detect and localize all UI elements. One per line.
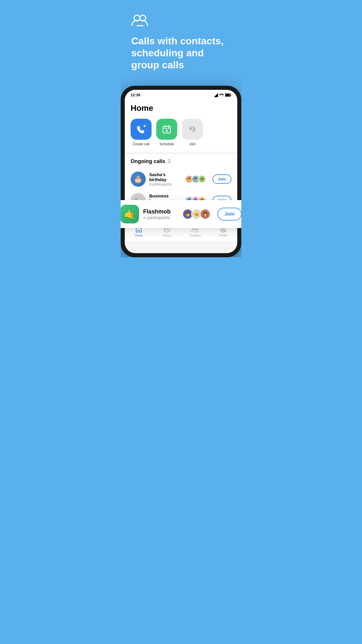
phone-screen: 12:30 (125, 90, 237, 253)
status-bar: 12:30 (125, 90, 237, 99)
svg-rect-4 (226, 94, 230, 96)
hero-section: Calls with contacts, scheduling and grou… (121, 0, 241, 80)
birthday-participants: 9 participants (149, 182, 182, 186)
birthday-participant-avatars: 👨 👨 👩 (185, 175, 206, 183)
join-action: Join (182, 119, 203, 146)
create-call-action: Create call (131, 119, 152, 146)
join-button[interactable] (182, 119, 203, 140)
phone-frame: 12:30 (121, 86, 241, 257)
flashmob-name: Flashmob (143, 208, 178, 215)
birthday-call-name: Sasha's birthday (149, 172, 182, 182)
quick-actions: Create call (131, 119, 231, 146)
birthday-join-button[interactable]: Join (212, 174, 231, 184)
infinity-symbol: ∞ (143, 215, 146, 220)
status-time: 12:30 (131, 93, 140, 97)
flashmob-avatar: 🤙 (121, 205, 139, 223)
join-label: Join (189, 142, 196, 146)
flashmob-participant-count: participants (147, 215, 170, 220)
ongoing-count: 3 (168, 158, 171, 164)
hero-title: Calls with contacts, scheduling and grou… (131, 35, 231, 71)
create-call-label: Create call (133, 142, 149, 146)
flashmob-join-button[interactable]: Join (217, 208, 241, 220)
section-divider (125, 152, 237, 154)
flashmob-info: Flashmob ∞ participants (143, 208, 178, 220)
schedule-action: Schedule (156, 119, 177, 146)
schedule-label: Schedule (159, 142, 174, 146)
create-call-button[interactable] (131, 119, 152, 140)
schedule-button[interactable] (156, 119, 177, 140)
birthday-call-info: Sasha's birthday 9 participants (149, 172, 182, 186)
flashmob-participants: ∞ participants (143, 215, 178, 220)
birthday-avatar: 🎂 (131, 172, 146, 187)
ongoing-title: Ongoing calls (131, 158, 165, 164)
nav-home-label: Home (135, 234, 143, 237)
phone-mockup: 12:30 (121, 86, 241, 257)
flashmob-p3: 👩 (200, 209, 210, 219)
nav-profile-label: Profile (219, 234, 227, 237)
nav-contacts-label: Contacts (189, 234, 201, 237)
svg-marker-2 (214, 93, 218, 97)
svg-rect-5 (231, 94, 231, 96)
nav-history-label: History (162, 234, 171, 237)
status-icons (214, 93, 231, 97)
flashmob-card: 🤙 Flashmob ∞ participants 👨 🐱 👩 Join (121, 200, 241, 228)
hero-icon (131, 14, 231, 29)
page-title: Home (131, 104, 231, 113)
call-item-birthday: 🎂 Sasha's birthday 9 participants 👨 👨 👩 … (131, 169, 231, 190)
flashmob-participant-avatars: 👨 🐱 👩 (182, 209, 210, 219)
participant-avatar-3: 👩 (198, 175, 206, 183)
app-content: Home Create call (125, 99, 237, 211)
ongoing-header: Ongoing calls 3 (131, 158, 231, 164)
